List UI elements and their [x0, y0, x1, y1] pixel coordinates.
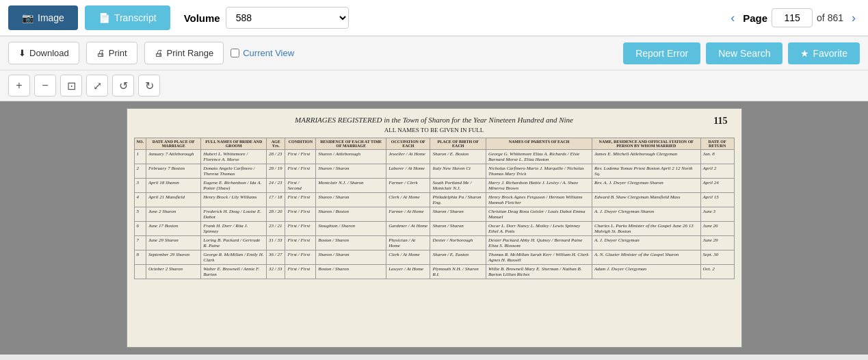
favorite-label: Favorite: [813, 48, 847, 59]
zoom-in-button[interactable]: +: [8, 75, 30, 97]
table-row: 3April 18 SharonEugene E. Richardson / I…: [134, 179, 734, 193]
transcript-tab[interactable]: 📄 Transcript: [85, 5, 170, 30]
expand-icon: ⤢: [93, 79, 102, 92]
print-range-icon: 🖨: [155, 48, 163, 58]
image-area: 115 MARRIAGES REGISTERED in the Town of …: [0, 101, 868, 355]
table-row: 8September 29 SharonGeorge R. McMillan /…: [134, 250, 734, 265]
top-bar: 📷 Image 📄 Transcript Volume 588 ‹ Page o…: [0, 0, 868, 36]
zoom-out-icon: −: [42, 79, 48, 92]
table-row: 2February 7 BostonDonato Angelo Carfiner…: [134, 164, 734, 179]
col-names: FULL NAMES OF BRIDE AND GROOM: [201, 138, 267, 150]
col-return: DATE OF RETURN: [700, 138, 734, 150]
right-actions: Report Error New Search ★ Favorite: [623, 42, 860, 64]
new-search-button[interactable]: New Search: [706, 42, 782, 64]
doc-title: MARRIAGES REGISTERED in the Town of Shar…: [134, 116, 735, 124]
zoom-out-button[interactable]: −: [34, 75, 56, 97]
rotate-right-icon: ↻: [145, 79, 154, 92]
fit-button[interactable]: ⊡: [60, 75, 82, 97]
print-range-button[interactable]: 🖨 Print Range: [144, 42, 224, 64]
expand-button[interactable]: ⤢: [86, 75, 108, 97]
print-button[interactable]: 🖨 Print: [86, 42, 137, 64]
star-icon: ★: [800, 48, 809, 59]
rotate-right-button[interactable]: ↻: [138, 75, 160, 97]
report-error-button[interactable]: Report Error: [623, 42, 700, 64]
table-row: 4April 21 MansfieldHenry Brock / Lily Wi…: [134, 193, 734, 207]
page-number: 115: [713, 116, 727, 127]
action-bar: ⬇ Download 🖨 Print 🖨 Print Range Current…: [0, 36, 868, 70]
document-image: 115 MARRIAGES REGISTERED in the Town of …: [127, 108, 742, 348]
camera-icon: 📷: [22, 12, 34, 23]
page-label: Page: [743, 12, 767, 24]
transcript-icon: 📄: [98, 12, 110, 23]
print-range-label: Print Range: [167, 48, 214, 58]
transcript-tab-label: Transcript: [114, 12, 157, 23]
table-row: 1January 7 AttleboroughHubert L. Whittem…: [134, 150, 734, 164]
page-nav: ‹ Page of 861 ›: [726, 8, 860, 28]
toolbar: + − ⊡ ⤢ ↺ ↻: [0, 70, 868, 101]
col-residence: RESIDENCE OF EACH AT TIME OF MARRIAGE: [316, 138, 386, 150]
table-row: 6June 17 BostonFrank H. Dorr / Rita J. S…: [134, 222, 734, 236]
volume-label: Volume: [184, 12, 220, 24]
volume-select[interactable]: 588: [226, 7, 349, 29]
volume-section: Volume 588: [184, 7, 349, 29]
next-page-button[interactable]: ›: [847, 8, 860, 28]
col-condition: CONDITION: [285, 138, 316, 150]
current-view-text: Current View: [243, 48, 294, 58]
report-error-label: Report Error: [635, 48, 688, 59]
rotate-left-icon: ↺: [119, 79, 128, 92]
zoom-in-icon: +: [16, 79, 22, 92]
col-occupation: OCCUPATION OF EACH: [386, 138, 430, 150]
col-birthplace: PLACE OF BIRTH OF EACH: [430, 138, 486, 150]
download-button[interactable]: ⬇ Download: [8, 42, 79, 64]
fit-icon: ⊡: [67, 79, 76, 92]
current-view-checkbox[interactable]: [231, 49, 239, 57]
col-parents: NAMES OF PARENTS OF EACH: [486, 138, 592, 150]
prev-page-button[interactable]: ‹: [726, 8, 739, 28]
download-label: Download: [29, 48, 69, 58]
doc-subtitle: ALL NAMES TO BE GIVEN IN FULL: [134, 127, 735, 133]
favorite-button[interactable]: ★ Favorite: [788, 42, 860, 64]
download-icon: ⬇: [18, 48, 26, 58]
current-view-label[interactable]: Current View: [231, 48, 294, 58]
page-input[interactable]: [772, 8, 813, 27]
image-tab-label: Image: [38, 12, 64, 23]
new-search-label: New Search: [718, 48, 770, 59]
records-table: NO. DATE AND PLACE OF MARRIAGE FULL NAME…: [134, 138, 735, 279]
print-label: Print: [109, 48, 127, 58]
of-pages: of 861: [817, 12, 843, 23]
rotate-left-button[interactable]: ↺: [112, 75, 134, 97]
table-row: 7June 29 SharonLoring B. Packard / Gertr…: [134, 236, 734, 250]
col-age: AGE Yrs.: [267, 138, 285, 150]
col-date: DATE AND PLACE OF MARRIAGE: [146, 138, 201, 150]
image-tab[interactable]: 📷 Image: [8, 5, 78, 30]
table-row: October 2 SharonWalter E. Brownell / Ann…: [134, 265, 734, 279]
doc-content: 115 MARRIAGES REGISTERED in the Town of …: [127, 109, 741, 286]
print-icon: 🖨: [96, 48, 105, 58]
table-row: 5June 2 SharonFrederick H. Deag / Louise…: [134, 207, 734, 222]
col-no: NO.: [134, 138, 146, 150]
col-officiator: NAME, RESIDENCE AND OFFICIAL STATION OF …: [592, 138, 701, 150]
